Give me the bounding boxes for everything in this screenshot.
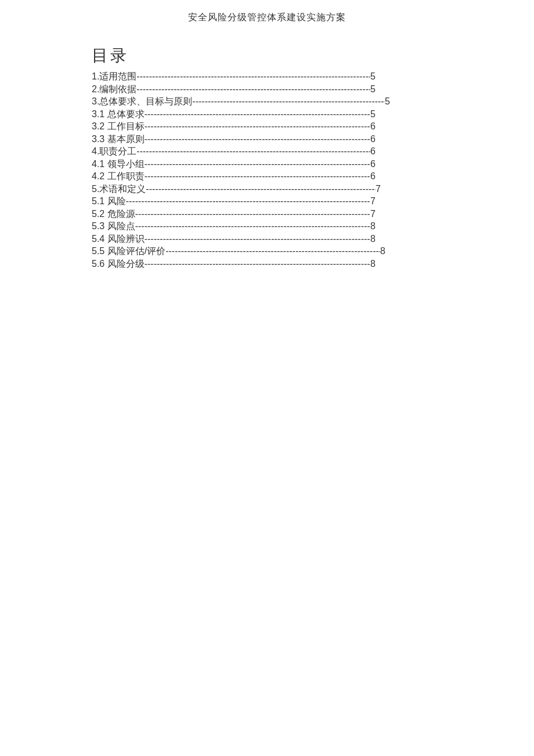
toc-item-label: 5.1 风险 <box>92 195 126 208</box>
toc-item-label: 5.4 风险辨识 <box>92 233 145 245</box>
toc-leader <box>135 208 370 220</box>
toc-item: 3.1 总体要求5 <box>92 108 376 121</box>
toc-item: 5.2 危险源7 <box>92 208 376 220</box>
toc-leader <box>145 158 370 171</box>
toc-item-page: 8 <box>370 233 376 245</box>
toc-item: 5.4 风险辨识8 <box>92 233 376 245</box>
toc-item: 3.总体要求、目标与原则5 <box>92 95 390 108</box>
toc-item-page: 5 <box>370 70 376 83</box>
toc-item-page: 8 <box>370 258 376 270</box>
toc-item-page: 6 <box>370 145 376 158</box>
toc-item: 5.3 风险点8 <box>92 220 376 233</box>
toc-item-label: 5.2 危险源 <box>92 208 135 220</box>
toc-leader <box>136 70 370 83</box>
toc-item: 4.职责分工6 <box>92 145 376 158</box>
toc-item-label: 4.职责分工 <box>92 145 136 158</box>
toc-item-page: 7 <box>370 195 376 208</box>
toc-item: 4.1 领导小组6 <box>92 158 376 171</box>
toc-leader <box>165 245 380 258</box>
toc-item: 5.5 风险评估/评价8 <box>92 245 385 258</box>
content-area: 目录 1.适用范围52.编制依据53.总体要求、目标与原则53.1 总体要求53… <box>92 45 394 270</box>
toc-item-page: 7 <box>376 183 381 196</box>
toc-item: 5.术语和定义7 <box>92 183 381 196</box>
toc-item: 1.适用范围5 <box>92 70 376 83</box>
toc-item: 4.2 工作职责6 <box>92 170 376 183</box>
toc-item: 3.3 基本原则6 <box>92 133 376 146</box>
toc-leader <box>135 220 370 233</box>
toc-item-label: 5.6 风险分级 <box>92 258 145 270</box>
toc-item-label: 3.3 基本原则 <box>92 133 145 146</box>
toc-item-label: 5.术语和定义 <box>92 183 146 196</box>
toc-leader <box>136 83 370 96</box>
toc-leader <box>145 120 370 133</box>
toc-leader <box>145 170 370 183</box>
toc-leader <box>192 95 385 108</box>
toc-leader <box>145 233 370 245</box>
toc-item-page: 5 <box>370 108 376 121</box>
toc-item-page: 8 <box>380 245 385 258</box>
toc-item-label: 4.1 领导小组 <box>92 158 145 171</box>
toc-item-label: 3.1 总体要求 <box>92 108 145 121</box>
toc-item-page: 6 <box>370 120 376 133</box>
toc-item: 5.6 风险分级8 <box>92 258 376 270</box>
toc-item-label: 1.适用范围 <box>92 70 136 83</box>
toc-item-page: 8 <box>370 220 376 233</box>
toc-leader <box>146 183 376 196</box>
toc-item-label: 4.2 工作职责 <box>92 170 145 183</box>
toc-item-label: 3.总体要求、目标与原则 <box>92 95 192 108</box>
toc-leader <box>136 145 370 158</box>
toc-leader <box>145 258 370 270</box>
toc-item-label: 3.2 工作目标 <box>92 120 145 133</box>
toc-leader <box>126 195 370 208</box>
document-header-title: 安全风险分级管控体系建设实施方案 <box>0 12 534 24</box>
toc-heading: 目录 <box>92 45 394 67</box>
toc-leader <box>145 108 370 121</box>
toc-item-page: 6 <box>370 170 376 183</box>
toc-list: 1.适用范围52.编制依据53.总体要求、目标与原则53.1 总体要求53.2 … <box>92 70 394 270</box>
toc-item-page: 6 <box>370 133 376 146</box>
toc-item-page: 5 <box>385 95 390 108</box>
toc-item-label: 5.5 风险评估/评价 <box>92 245 165 258</box>
toc-item: 2.编制依据5 <box>92 83 376 96</box>
toc-item: 5.1 风险7 <box>92 195 376 208</box>
toc-leader <box>145 133 370 146</box>
toc-item-page: 5 <box>370 83 376 96</box>
toc-item-page: 7 <box>370 208 376 220</box>
toc-item-label: 2.编制依据 <box>92 83 136 96</box>
toc-item: 3.2 工作目标6 <box>92 120 376 133</box>
toc-item-page: 6 <box>370 158 376 171</box>
toc-item-label: 5.3 风险点 <box>92 220 135 233</box>
